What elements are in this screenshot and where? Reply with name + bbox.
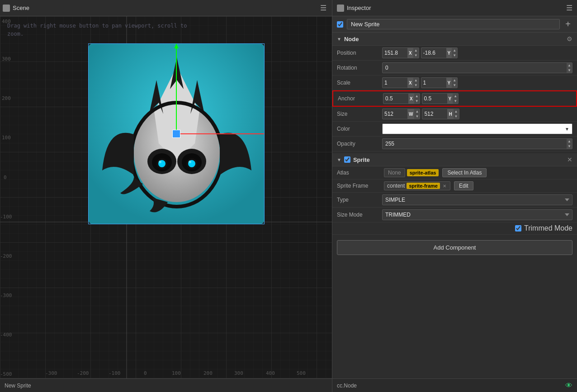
- rotation-down[interactable]: ▼: [567, 68, 572, 73]
- position-x-down[interactable]: ▼: [413, 53, 419, 58]
- size-h-axis: H: [447, 109, 453, 119]
- scale-y-field: 1 Y ▲ ▼: [421, 77, 458, 88]
- scale-y-spinners: ▲ ▼: [452, 78, 457, 88]
- inspector-header: New Sprite +: [332, 16, 577, 33]
- frame-remove-button[interactable]: ✕: [442, 184, 447, 189]
- rotation-up[interactable]: ▲: [567, 63, 572, 68]
- scene-panel: Scene ☰: [0, 0, 332, 392]
- type-select[interactable]: SIMPLE SLICED TILED FILLED MESH: [382, 194, 572, 205]
- scale-y-input[interactable]: 1: [421, 80, 446, 86]
- sprite-section-close-button[interactable]: ✕: [567, 156, 572, 163]
- frame-tag: sprite-frame: [407, 183, 440, 189]
- atlas-tag[interactable]: sprite-atlas: [407, 169, 439, 176]
- sprite-name-input[interactable]: New Sprite: [347, 19, 560, 29]
- scene-bottom-bar: New Sprite: [0, 378, 332, 392]
- position-x-spinners: ▲ ▼: [413, 48, 419, 58]
- scale-y-up[interactable]: ▲: [452, 78, 457, 83]
- size-h-input[interactable]: 512: [422, 111, 447, 117]
- opacity-down[interactable]: ▼: [567, 144, 572, 149]
- opacity-value: 255 ▲ ▼: [382, 138, 572, 149]
- anchor-y-axis: Y: [447, 94, 453, 104]
- scene-menu-button[interactable]: ☰: [317, 3, 329, 13]
- inspector-bottom-bar: cc.Node 👁: [332, 378, 577, 392]
- sprite-container[interactable]: [88, 43, 265, 224]
- size-h-spinners: ▲ ▼: [454, 109, 459, 119]
- opacity-up[interactable]: ▲: [567, 139, 572, 144]
- size-w-input[interactable]: 512: [383, 111, 407, 117]
- scene-icon: [3, 5, 10, 12]
- rotation-field: 0 ▲ ▼: [382, 62, 572, 73]
- sprite-section-title: Sprite: [353, 156, 370, 163]
- sprite-frame-content: content sprite-frame ✕: [384, 181, 450, 190]
- scale-value: 1 X ▲ ▼ 1 Y ▲ ▼: [382, 77, 572, 88]
- rotation-value: 0 ▲ ▼: [382, 62, 572, 73]
- position-y-down[interactable]: ▼: [452, 53, 457, 58]
- inspector-tab-label[interactable]: Inspector: [347, 5, 371, 11]
- add-component-button[interactable]: Add Component: [337, 240, 572, 255]
- scale-y-axis: Y: [446, 78, 452, 88]
- atlas-none-button[interactable]: None: [384, 168, 405, 177]
- size-w-down[interactable]: ▼: [414, 114, 420, 119]
- sprite-frame-label: Sprite Frame: [337, 183, 382, 189]
- anchor-x-down[interactable]: ▼: [414, 99, 420, 104]
- anchor-y-field: 0.5 Y ▲ ▼: [422, 93, 459, 104]
- size-mode-value: TRIMMED RAW CUSTOM: [382, 209, 572, 220]
- anchor-y-up[interactable]: ▲: [453, 94, 458, 99]
- scale-x-axis: X: [407, 78, 413, 88]
- scale-x-field: 1 X ▲ ▼: [382, 77, 419, 88]
- inspector-menu-button[interactable]: ☰: [566, 4, 572, 12]
- scale-x-input[interactable]: 1: [383, 80, 407, 86]
- opacity-spinners: ▲ ▼: [567, 139, 572, 149]
- scene-viewport[interactable]: Drag with right mouse button to pan view…: [0, 16, 332, 378]
- scale-x-up[interactable]: ▲: [413, 78, 419, 83]
- position-label: Position: [337, 50, 382, 56]
- scene-tab-label[interactable]: Scene: [13, 5, 29, 11]
- position-y-input[interactable]: -18.6: [421, 50, 446, 56]
- size-h-down[interactable]: ▼: [454, 114, 459, 119]
- sprite-enable-checkbox[interactable]: [344, 156, 350, 163]
- sprite-frame-edit-button[interactable]: Edit: [454, 181, 473, 190]
- size-value: 512 W ▲ ▼ 512 H ▲ ▼: [382, 109, 572, 119]
- rotation-input[interactable]: 0: [383, 65, 567, 71]
- add-component-plus-button[interactable]: +: [563, 19, 572, 29]
- opacity-field: 255 ▲ ▼: [382, 138, 572, 149]
- opacity-row: Opacity 255 ▲ ▼: [332, 137, 577, 151]
- opacity-input[interactable]: 255: [383, 141, 567, 147]
- position-x-field: 151.8 X ▲ ▼: [382, 47, 419, 58]
- node-section-header[interactable]: ▼ Node ⚙: [332, 33, 577, 46]
- node-enable-checkbox[interactable]: [337, 21, 343, 28]
- atlas-label: Atlas: [337, 170, 382, 176]
- sprite-section-arrow: ▼: [337, 157, 341, 162]
- anchor-x-field: 0.5 X ▲ ▼: [383, 93, 420, 104]
- cc-node-label: cc.Node: [337, 383, 357, 389]
- scale-x-down[interactable]: ▼: [413, 83, 419, 88]
- trimmed-mode-checkbox[interactable]: [515, 225, 521, 231]
- size-w-up[interactable]: ▲: [414, 109, 420, 114]
- type-value: SIMPLE SLICED TILED FILLED MESH: [382, 194, 572, 205]
- anchor-y-down[interactable]: ▼: [453, 99, 458, 104]
- color-value: ▼: [382, 123, 572, 134]
- color-picker[interactable]: ▼: [382, 123, 572, 134]
- size-mode-row: Size Mode TRIMMED RAW CUSTOM: [332, 208, 577, 222]
- select-in-atlas-button[interactable]: Select In Atlas: [442, 168, 487, 177]
- size-mode-select[interactable]: TRIMMED RAW CUSTOM: [382, 209, 572, 220]
- svg-point-20: [189, 161, 191, 163]
- size-h-up[interactable]: ▲: [454, 109, 459, 114]
- anchor-y-input[interactable]: 0.5: [422, 95, 447, 102]
- ghost-character-svg: [89, 44, 264, 224]
- scale-y-down[interactable]: ▼: [452, 83, 457, 88]
- size-h-field: 512 H ▲ ▼: [422, 109, 459, 119]
- position-x-input[interactable]: 151.8: [383, 50, 407, 56]
- anchor-x-input[interactable]: 0.5: [383, 95, 408, 102]
- size-w-spinners: ▲ ▼: [414, 109, 420, 119]
- visibility-eye-icon[interactable]: 👁: [565, 382, 572, 390]
- position-y-up[interactable]: ▲: [452, 48, 457, 53]
- atlas-row: Atlas None sprite-atlas Select In Atlas: [332, 166, 577, 179]
- sprite-section-header[interactable]: ▼ Sprite ✕: [332, 151, 577, 166]
- anchor-y-spinners: ▲ ▼: [453, 94, 458, 104]
- anchor-x-up[interactable]: ▲: [414, 94, 420, 99]
- viewport-hint: Drag with right mouse button to pan view…: [7, 22, 187, 38]
- position-x-up[interactable]: ▲: [413, 48, 419, 53]
- add-component-row: Add Component: [332, 235, 577, 260]
- node-section-gear-icon[interactable]: ⚙: [567, 35, 572, 43]
